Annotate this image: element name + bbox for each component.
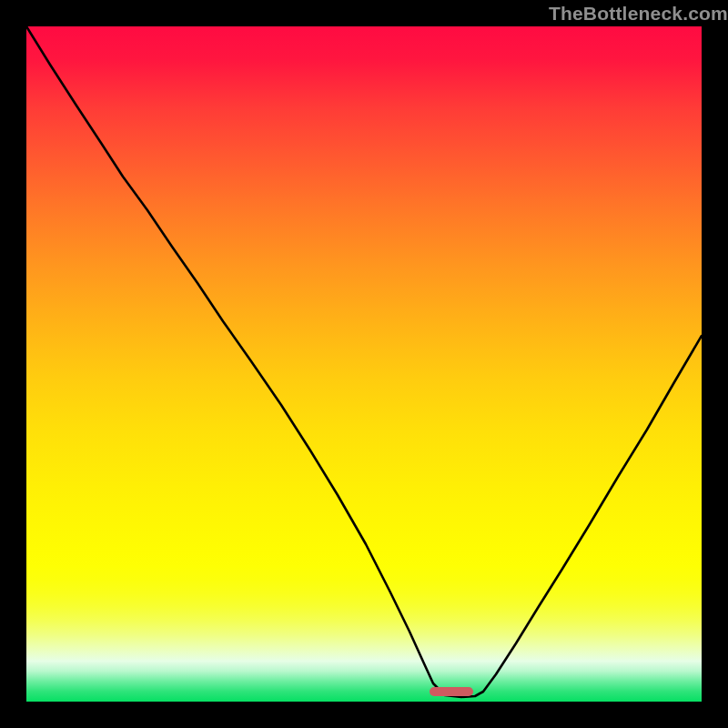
watermark-text: TheBottleneck.com (549, 4, 728, 23)
plot-area (26, 26, 702, 702)
chart-frame: TheBottleneck.com (0, 0, 728, 728)
curve-svg (26, 26, 702, 702)
optimal-range-marker (430, 687, 473, 696)
bottleneck-curve-path (26, 26, 702, 697)
